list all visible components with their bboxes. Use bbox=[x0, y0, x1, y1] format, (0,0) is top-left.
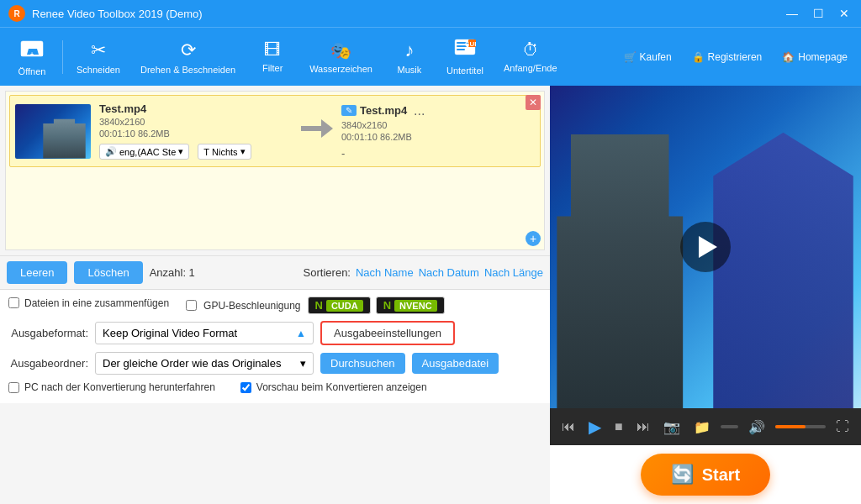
homepage-btn[interactable]: 🏠 Homepage bbox=[775, 48, 854, 66]
format-arrow-icon: ▲ bbox=[296, 328, 306, 339]
loeschen-button[interactable]: Löschen bbox=[74, 261, 142, 284]
kaufen-label: Kaufen bbox=[640, 51, 672, 63]
toolbar-filter[interactable]: 🎞 Filter bbox=[247, 35, 298, 78]
ausgabeeinstellungen-button[interactable]: Ausgabeeinstellungen bbox=[320, 321, 455, 345]
skip-end-button[interactable]: ⏭ bbox=[633, 417, 653, 436]
audio-dropdown[interactable]: 🔊 eng,(AAC Ste ▾ bbox=[99, 144, 189, 160]
titlebar-left: R Renee Video Toolbox 2019 (Demo) bbox=[8, 5, 203, 22]
nvidia-logo-cuda: N bbox=[315, 299, 323, 312]
play-button[interactable]: ▶ bbox=[585, 415, 605, 438]
window-controls[interactable]: — ☐ ✕ bbox=[783, 7, 853, 20]
toolbar-rotate[interactable]: ⟳ Drehen & Beschneiden bbox=[132, 34, 244, 80]
fullscreen-button[interactable]: ⛶ bbox=[832, 417, 853, 436]
sort-name-link[interactable]: Nach Name bbox=[356, 266, 414, 279]
close-btn[interactable]: ✕ bbox=[836, 7, 853, 20]
leeren-button[interactable]: Leeren bbox=[7, 261, 67, 284]
output-size: 86.2MB bbox=[380, 132, 412, 142]
ausgabedatei-button[interactable]: Ausgabedatei bbox=[412, 353, 499, 374]
bottom-bar: Leeren Löschen Anzahl: 1 Sortieren: Nach… bbox=[0, 255, 550, 289]
toolbar-cut[interactable]: ✂ Schneiden bbox=[68, 34, 129, 80]
toolbar-divider-1 bbox=[62, 40, 63, 74]
svg-rect-3 bbox=[23, 41, 29, 45]
toolbar-music[interactable]: ♪ Musik bbox=[384, 34, 435, 80]
app-logo: R bbox=[8, 5, 25, 22]
audio-label: eng,(AAC Ste bbox=[119, 147, 176, 157]
folder-arrow-icon: ▾ bbox=[300, 357, 306, 370]
audio-icon: 🔊 bbox=[105, 146, 117, 157]
toolbar-subtitle[interactable]: SUB Untertitel bbox=[438, 34, 492, 81]
output-duration: 00:01:10 bbox=[341, 132, 378, 142]
maximize-btn[interactable]: ☐ bbox=[810, 7, 827, 20]
toolbar: + Öffnen ✂ Schneiden ⟳ Drehen & Beschnei… bbox=[0, 27, 861, 86]
durchsuchen-button[interactable]: Durchsuchen bbox=[320, 353, 405, 374]
pc-shutdown-checkbox[interactable] bbox=[8, 382, 19, 393]
start-button[interactable]: 🔄 Start bbox=[641, 454, 771, 496]
registrieren-icon: 🔒 bbox=[692, 51, 705, 63]
toolbar-right: 🛒 Kaufen 🔒 Registrieren 🏠 Homepage bbox=[617, 48, 854, 66]
gpu-label: GPU-Beschleunigung bbox=[203, 300, 300, 312]
file-add-button[interactable]: + bbox=[526, 231, 541, 246]
thumb-building bbox=[38, 115, 91, 159]
settings-area: Dateien in eine zusammenfügen GPU-Beschl… bbox=[0, 289, 550, 403]
skip-start-button[interactable]: ⏮ bbox=[558, 417, 578, 436]
volume-button[interactable]: 🔊 bbox=[745, 417, 769, 437]
toolbar-open[interactable]: + Öffnen bbox=[7, 33, 57, 81]
seekbar[interactable] bbox=[721, 425, 738, 428]
play-overlay-button[interactable] bbox=[680, 222, 731, 272]
file-thumbnail bbox=[15, 104, 91, 159]
stop-button[interactable]: ■ bbox=[611, 417, 626, 436]
screenshot-button[interactable]: 📷 bbox=[660, 417, 684, 437]
vorschau-row: Vorschau beim Konvertieren anzeigen bbox=[240, 381, 427, 393]
pc-shutdown-row: PC nach der Konvertierung herunterfahren bbox=[8, 381, 215, 393]
file-close-button[interactable]: ✕ bbox=[526, 95, 541, 110]
rotate-label: Drehen & Beschneiden bbox=[140, 65, 235, 75]
vorschau-label: Vorschau beim Konvertieren anzeigen bbox=[256, 381, 427, 393]
anzahl-label: Anzahl: 1 bbox=[150, 266, 195, 279]
volume-fill bbox=[775, 425, 806, 428]
subtitle-label: Nichts bbox=[212, 147, 238, 157]
audio-arrow: ▾ bbox=[178, 146, 183, 157]
folder-row: Ausgabeordner: Der gleiche Order wie das… bbox=[8, 352, 541, 375]
cut-icon: ✂ bbox=[91, 39, 106, 61]
format-select[interactable]: Keep Original Video Format ▲ bbox=[95, 322, 314, 344]
file-list: Test.mp4 3840x2160 00:01:10 86.2MB 🔊 eng… bbox=[5, 91, 545, 250]
vorschau-checkbox[interactable] bbox=[240, 382, 251, 393]
filter-icon: 🎞 bbox=[264, 40, 281, 60]
output-dash: - bbox=[341, 147, 535, 160]
toolbar-watermark[interactable]: 🎭 Wasserzeichen bbox=[301, 35, 381, 79]
sort-controls: Sortieren: Nach Name Nach Datum Nach Län… bbox=[304, 266, 543, 279]
convert-arrow bbox=[301, 119, 333, 143]
output-more-btn[interactable]: ... bbox=[414, 103, 425, 118]
sort-date-link[interactable]: Nach Datum bbox=[419, 266, 479, 279]
output-duration-size: 00:01:10 86.2MB bbox=[341, 132, 535, 142]
settings-top-row: Dateien in eine zusammenfügen GPU-Beschl… bbox=[8, 297, 541, 314]
ausgabeformat-label: Ausgabeformat: bbox=[8, 327, 88, 339]
toolbar-trim[interactable]: ⏱ Anfang/Ende bbox=[495, 35, 566, 78]
format-row: Ausgabeformat: Keep Original Video Forma… bbox=[8, 321, 541, 345]
gpu-checkbox[interactable] bbox=[186, 300, 197, 311]
trim-icon: ⏱ bbox=[522, 40, 539, 60]
input-resolution: 3840x2160 bbox=[99, 117, 293, 127]
video-preview bbox=[550, 86, 861, 408]
minimize-btn[interactable]: — bbox=[783, 7, 801, 20]
folder-button[interactable]: 📁 bbox=[690, 417, 714, 437]
nvidia-logo-nvenc: N bbox=[383, 299, 391, 312]
volume-slider[interactable] bbox=[775, 425, 826, 428]
main-content: Test.mp4 3840x2160 00:01:10 86.2MB 🔊 eng… bbox=[0, 86, 861, 504]
cut-label: Schneiden bbox=[77, 65, 120, 75]
edit-output-btn[interactable]: ✎ bbox=[341, 105, 357, 116]
kaufen-btn[interactable]: 🛒 Kaufen bbox=[617, 48, 679, 66]
folder-select[interactable]: Der gleiche Order wie das Originales ▾ bbox=[95, 352, 314, 375]
sort-length-link[interactable]: Nach Länge bbox=[484, 266, 543, 279]
output-header: ✎ Test.mp4 ... bbox=[341, 103, 535, 118]
subtitle-dropdown[interactable]: T Nichts ▾ bbox=[198, 144, 251, 160]
nvidia-cuda-badge: N CUDA bbox=[308, 297, 371, 314]
watermark-icon: 🎭 bbox=[330, 40, 351, 60]
dateien-checkbox[interactable] bbox=[8, 297, 19, 308]
subtitle-icon-sm: T bbox=[203, 147, 209, 157]
svg-text:SUB: SUB bbox=[465, 40, 476, 48]
registrieren-btn[interactable]: 🔒 Registrieren bbox=[685, 48, 769, 66]
trim-label: Anfang/Ende bbox=[504, 63, 557, 73]
bottom-checkboxes: PC nach der Konvertierung herunterfahren… bbox=[8, 381, 541, 398]
output-filename: Test.mp4 bbox=[360, 104, 407, 117]
